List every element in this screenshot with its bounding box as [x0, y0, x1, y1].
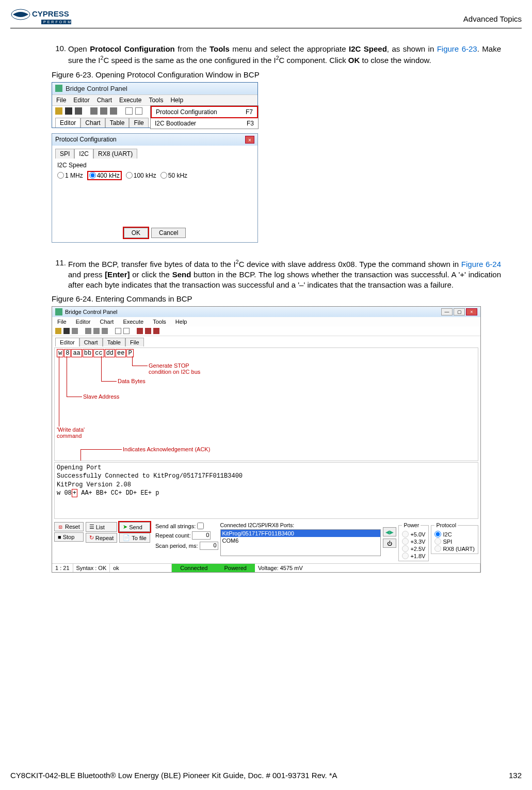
protocol-tabs: SPI I2C RX8 (UART): [52, 146, 257, 159]
port-item[interactable]: COM6: [221, 537, 381, 544]
toolbar-icon[interactable]: [90, 107, 98, 115]
bcp2-menubar: File Editor Chart Execute Tools Help: [52, 317, 480, 326]
toolbar-icon[interactable]: [65, 107, 72, 115]
close-icon[interactable]: ×: [466, 308, 477, 315]
i2c-speed-group: 1 MHz 400 kHz 100 kHz 50 kHz: [57, 171, 252, 180]
repeat-button[interactable]: ↻Repeat: [86, 533, 117, 543]
toolbar-icon[interactable]: [55, 328, 61, 334]
tab-editor[interactable]: Editor: [55, 338, 79, 346]
svg-text:PERFORM: PERFORM: [43, 20, 72, 24]
tab-editor[interactable]: Editor: [55, 118, 80, 128]
text: C component. Click: [279, 56, 348, 65]
toolbar-icon[interactable]: [75, 107, 82, 115]
stop-button[interactable]: ■Stop: [54, 532, 84, 542]
list-button[interactable]: ☰List: [86, 522, 117, 532]
callout-line: [67, 397, 82, 397]
cmd-byte: ee: [116, 349, 126, 357]
text: , as shown in: [387, 44, 437, 53]
radio-100khz[interactable]: 100 kHz: [126, 172, 156, 179]
menu-item-i2c-bootloader[interactable]: I2C Bootloader F3: [151, 118, 258, 129]
toolbar-icon[interactable]: [145, 328, 151, 334]
send-button[interactable]: ➤Send: [119, 522, 150, 532]
figure-link[interactable]: Figure 6-24: [461, 260, 501, 268]
radio-400khz[interactable]: 400 kHz: [89, 172, 120, 179]
figure-link[interactable]: Figure 6-23: [437, 44, 477, 53]
toolbar-icon[interactable]: [85, 328, 91, 334]
step-11: 11. From the BCP, transfer five bytes of…: [52, 258, 501, 291]
toolbar-icon[interactable]: [137, 328, 143, 334]
cmd-byte: aa: [71, 349, 82, 357]
toolbar-icon[interactable]: [115, 328, 121, 334]
tab-chart[interactable]: Chart: [79, 338, 103, 346]
close-icon[interactable]: ×: [245, 136, 254, 144]
scan-period-spinner[interactable]: 0: [200, 542, 218, 550]
toolbar-icon[interactable]: [72, 328, 78, 334]
ports-list[interactable]: KitProg/051717FF011B3400 COM6: [220, 529, 381, 556]
send-all-checkbox[interactable]: [197, 523, 204, 529]
tab-file[interactable]: File: [129, 118, 148, 128]
callout-line: [132, 356, 133, 366]
tab-rx8[interactable]: RX8 (UART): [93, 149, 137, 159]
toolbar-icon[interactable]: [100, 107, 107, 115]
command-editor[interactable]: w 8 aa bb cc dd ee P: [54, 347, 478, 461]
tab-file[interactable]: File: [125, 338, 144, 346]
btn-label: To file: [132, 535, 147, 541]
tab-table[interactable]: Table: [103, 338, 125, 346]
radio-label: +2.5V: [410, 546, 425, 552]
radio-label: 50 kHz: [168, 172, 187, 179]
radio-i2c[interactable]: [434, 531, 441, 538]
toolbar-icon[interactable]: [102, 328, 108, 334]
toolbar-icon[interactable]: [93, 328, 100, 334]
action-col-3: ➤Send 📄To file: [119, 522, 150, 543]
radio-label: 400 kHz: [97, 172, 120, 179]
tab-spi[interactable]: SPI: [55, 149, 74, 159]
menu-execute[interactable]: Execute: [123, 319, 143, 325]
tab-i2c[interactable]: I2C: [74, 149, 93, 159]
menu-item-protocol-config[interactable]: Protocol Configuration F7: [151, 106, 258, 118]
menu-tools[interactable]: Tools: [149, 97, 163, 104]
reset-button[interactable]: ⦻Reset: [54, 522, 84, 531]
toolbar-icon[interactable]: [153, 328, 159, 334]
ok-button[interactable]: OK: [124, 228, 148, 238]
footer-doc-info: CY8CKIT-042-BLE Bluetooth® Low Energy (B…: [10, 771, 337, 780]
menu-editor[interactable]: Editor: [73, 97, 89, 104]
menu-help[interactable]: Help: [170, 97, 183, 104]
maximize-icon[interactable]: ▢: [454, 308, 465, 315]
radio-1mhz[interactable]: 1 MHz: [57, 172, 83, 179]
cmd-write: w: [57, 349, 63, 357]
toolbar-icon[interactable]: [125, 107, 133, 115]
menu-file[interactable]: File: [56, 97, 66, 104]
power-button[interactable]: ⏻: [383, 539, 396, 548]
menu-chart[interactable]: Chart: [100, 319, 114, 325]
menu-file[interactable]: File: [57, 319, 67, 325]
command-row: w 8 aa bb cc dd ee P: [57, 349, 476, 357]
callout-line: [80, 449, 122, 450]
status-position: 1 : 21: [52, 564, 73, 572]
log-panel: Opening Port Successfully Connected to K…: [54, 462, 478, 519]
status-powered: Powered: [216, 564, 254, 572]
toolbar-icon[interactable]: [135, 107, 142, 115]
menu-tools[interactable]: Tools: [153, 319, 166, 325]
tab-chart[interactable]: Chart: [80, 118, 105, 128]
radio-label: +5.0V: [410, 531, 425, 538]
minimize-icon[interactable]: —: [441, 308, 453, 315]
toolbar-icon[interactable]: [110, 107, 117, 115]
menu-editor[interactable]: Editor: [76, 319, 91, 325]
toolbar-icon[interactable]: [123, 328, 130, 334]
cmd-byte: cc: [93, 349, 104, 357]
menu-execute[interactable]: Execute: [119, 97, 141, 104]
repeat-count-spinner[interactable]: 0: [192, 531, 211, 540]
tab-table[interactable]: Table: [105, 118, 130, 128]
toolbar-icon[interactable]: [63, 328, 70, 334]
toolbar-icon[interactable]: [55, 107, 62, 115]
cancel-button[interactable]: Cancel: [151, 228, 186, 238]
menu-help[interactable]: Help: [175, 319, 187, 325]
radio-label: +1.8V: [410, 553, 425, 559]
action-col-1: ⦻Reset ■Stop: [54, 522, 84, 542]
tofile-button[interactable]: 📄To file: [119, 533, 150, 543]
radio-50khz[interactable]: 50 kHz: [160, 172, 187, 179]
callout-line: [101, 356, 102, 381]
menu-chart[interactable]: Chart: [97, 97, 112, 104]
toggle-button[interactable]: ◀▶: [383, 527, 396, 536]
port-selected[interactable]: KitProg/051717FF011B3400: [221, 530, 381, 537]
